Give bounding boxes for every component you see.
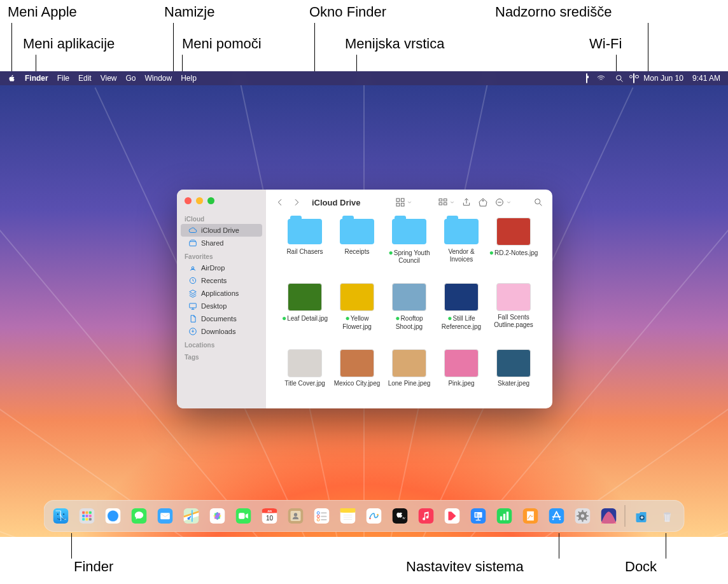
dock-app-pages[interactable] — [519, 504, 542, 527]
svg-rect-21 — [82, 511, 85, 514]
menu-help[interactable]: Help — [181, 74, 197, 83]
dock-app-notes[interactable] — [337, 504, 360, 527]
dock-app-photos[interactable] — [206, 504, 229, 527]
svg-text:JUN: JUN — [267, 510, 272, 513]
svg-rect-57 — [321, 512, 326, 513]
sidebar-item-shared[interactable]: Shared — [181, 237, 262, 249]
svg-point-14 — [482, 200, 484, 201]
file-item[interactable]: Rail Chasers — [279, 218, 331, 279]
dock-app-tv[interactable]: tv — [389, 504, 412, 527]
window-close[interactable] — [185, 197, 192, 204]
file-item[interactable]: ●Rooftop Shoot.jpg — [383, 283, 435, 345]
file-item[interactable]: Vendor & Invoices — [435, 218, 487, 279]
svg-point-18 — [57, 513, 59, 515]
menu-file[interactable]: File — [57, 74, 69, 83]
sidebar-item-icloud-drive[interactable]: iCloud Drive — [181, 224, 262, 237]
file-item[interactable]: Fall Scents Outline.pages — [487, 283, 540, 345]
dock-app-numbers[interactable] — [493, 504, 516, 527]
dock-app-maps[interactable] — [180, 504, 203, 527]
wifi-icon[interactable] — [596, 74, 606, 83]
svg-rect-6 — [396, 198, 400, 202]
sidebar-item-label: Desktop — [201, 302, 227, 310]
sidebar-item-downloads[interactable]: Downloads — [181, 325, 262, 338]
group-button[interactable] — [438, 197, 455, 207]
sidebar-item-applications[interactable]: Applications — [181, 287, 262, 300]
view-icons[interactable] — [395, 197, 412, 207]
sidebar-item-label: Recents — [201, 277, 227, 284]
file-item[interactable]: Skater.jpeg — [487, 349, 540, 402]
dock-app-contacts[interactable] — [284, 504, 307, 527]
svg-point-19 — [63, 513, 64, 515]
file-item[interactable]: ●Leaf Detail.jpg — [279, 283, 331, 345]
dock-app-calendar[interactable]: JUN10 — [258, 504, 281, 527]
svg-rect-26 — [89, 515, 92, 517]
file-item[interactable]: Title Cover.jpg — [279, 349, 331, 402]
file-item[interactable]: ●Still Life Reference.jpg — [435, 283, 487, 345]
sidebar-section-title: Tags — [177, 350, 266, 362]
dock-app-trash[interactable] — [656, 504, 679, 527]
svg-rect-73 — [419, 508, 434, 524]
callout-control-center: Nadzorno središče — [495, 4, 612, 20]
action-button[interactable] — [494, 197, 512, 207]
callout-dock: Dock — [625, 559, 657, 575]
file-item[interactable]: Pink.jpeg — [435, 349, 487, 402]
window-minimize[interactable] — [196, 197, 203, 204]
svg-rect-7 — [401, 198, 404, 202]
dock-app-reminders[interactable] — [311, 504, 333, 527]
file-item[interactable]: ●Yellow Flower.jpg — [331, 283, 383, 345]
menu-window[interactable]: Window — [145, 74, 172, 83]
sidebar-item-airdrop[interactable]: AirDrop — [181, 261, 262, 274]
finder-title: iCloud Drive — [312, 198, 361, 207]
image-thumb — [444, 349, 479, 377]
search-button[interactable] — [533, 197, 543, 207]
svg-point-54 — [294, 513, 297, 516]
spotlight-icon[interactable] — [615, 74, 624, 83]
control-center-icon[interactable] — [633, 74, 634, 83]
desktop-icon — [188, 302, 197, 310]
dock-app-news[interactable] — [441, 504, 464, 527]
menu-edit[interactable]: Edit — [78, 74, 92, 83]
dock-app-mail[interactable] — [154, 504, 177, 527]
svg-point-69 — [369, 518, 371, 520]
app-menu[interactable]: Finder — [25, 74, 48, 83]
file-label: Skater.jpeg — [498, 380, 529, 387]
battery-icon[interactable] — [586, 74, 587, 83]
svg-rect-82 — [500, 517, 502, 520]
svg-rect-29 — [89, 518, 92, 520]
dock-app-music[interactable] — [415, 504, 438, 527]
tags-button[interactable] — [478, 197, 488, 207]
dock-app-system-settings[interactable] — [571, 504, 594, 527]
nav-forward[interactable] — [291, 197, 302, 207]
sidebar-item-documents[interactable]: Documents — [181, 312, 262, 325]
menu-go[interactable]: Go — [126, 74, 136, 83]
dock-app-messages[interactable] — [128, 504, 151, 527]
apple-menu-icon[interactable] — [8, 74, 16, 83]
dock-app-launchpad[interactable] — [76, 504, 99, 527]
dock-app-facetime[interactable] — [232, 504, 255, 527]
file-item[interactable]: ●RD.2-Notes.jpg — [487, 218, 540, 279]
dock-app-finder[interactable] — [50, 504, 73, 527]
file-item[interactable]: Lone Pine.jpeg — [383, 349, 435, 402]
share-button[interactable] — [461, 197, 472, 207]
image-thumb — [444, 283, 479, 311]
window-zoom[interactable] — [207, 197, 214, 204]
folder-icon — [288, 219, 322, 244]
sidebar-item-recents[interactable]: Recents — [181, 274, 262, 287]
nav-back[interactable] — [275, 197, 285, 207]
dock-app-wallpaper[interactable] — [598, 504, 620, 527]
sidebar-item-label: AirDrop — [201, 264, 225, 272]
dock-app-app-store[interactable] — [545, 504, 568, 527]
svg-rect-61 — [321, 519, 326, 520]
menu-view[interactable]: View — [101, 74, 117, 83]
menubar-time[interactable]: 9:41 AM — [692, 74, 720, 83]
sidebar-item-desktop[interactable]: Desktop — [181, 300, 262, 312]
dock-app-safari[interactable] — [102, 504, 125, 527]
menubar-date[interactable]: Mon Jun 10 — [643, 74, 683, 83]
svg-rect-83 — [503, 514, 505, 520]
file-item[interactable]: Receipts — [331, 218, 383, 279]
dock-app-freeform[interactable] — [363, 504, 386, 527]
file-item[interactable]: Mexico City.jpeg — [331, 349, 383, 402]
file-item[interactable]: ●Spring Youth Council — [383, 218, 435, 279]
dock-app-downloads[interactable] — [630, 504, 653, 527]
dock-app-keynote[interactable] — [467, 504, 490, 527]
